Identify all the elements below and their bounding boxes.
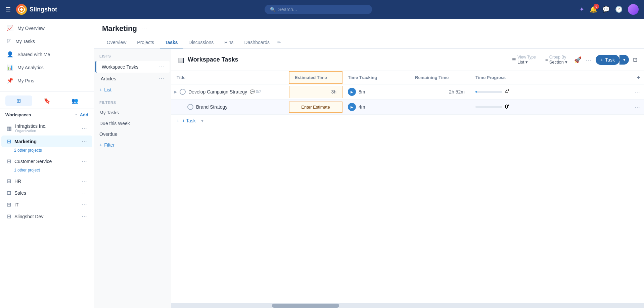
sidebar-item-my-pins[interactable]: 📌 My Pins bbox=[0, 74, 94, 87]
workspace-item-it[interactable]: ⊞ IT ⋯ bbox=[1, 199, 92, 210]
group-by-value: Section ▾ bbox=[549, 60, 567, 65]
tab-projects[interactable]: Projects bbox=[132, 37, 159, 48]
tasks-list-icon: ▤ bbox=[178, 56, 184, 64]
search-input[interactable] bbox=[278, 7, 367, 12]
tasks-toolbar-right: ☰ View Type List ▾ ≡ bbox=[509, 53, 637, 66]
tasks-table: Title Estimated Time Time Tracking Remai… bbox=[171, 71, 644, 303]
workspace-more-sales[interactable]: ⋯ bbox=[82, 190, 87, 196]
clock-icon[interactable]: 🕐 bbox=[615, 6, 623, 13]
topnav-actions: ✦ 🔔 6 💬 🕐 bbox=[579, 4, 639, 15]
sort-icon[interactable]: ↕ bbox=[75, 112, 77, 117]
hamburger-menu[interactable]: ☰ bbox=[5, 6, 11, 13]
sparkle-icon[interactable]: ✦ bbox=[579, 6, 584, 13]
filter-overdue[interactable]: Overdue bbox=[94, 129, 171, 140]
workspace-more-hr[interactable]: ⋯ bbox=[82, 178, 87, 184]
task-estimated-brand-strategy[interactable]: Enter Estimate bbox=[289, 102, 342, 113]
tab-members[interactable]: 👥 bbox=[61, 95, 88, 106]
tab-edit-icon[interactable]: ✏ bbox=[276, 37, 282, 48]
task-complete-checkbox-brand[interactable] bbox=[187, 104, 193, 110]
task-tracking-brand-strategy: ▶ 4m bbox=[342, 100, 410, 114]
workspace-item-infragistics[interactable]: ▦ Infragistics Inc. Organization ⋯ bbox=[1, 121, 92, 136]
workspace-more-infragistics[interactable]: ⋯ bbox=[82, 125, 87, 131]
add-task-inline-button[interactable]: + + Task ▾ bbox=[171, 115, 644, 127]
tab-dashboards[interactable]: Dashboards bbox=[240, 37, 275, 48]
list-more-workspace-tasks[interactable]: ⋯ bbox=[159, 64, 164, 70]
workspace-more-marketing[interactable]: ⋯ bbox=[82, 138, 87, 145]
group-by-button[interactable]: ≡ Group By Section ▾ bbox=[543, 53, 570, 66]
workspace-more-slingshot-dev[interactable]: ⋯ bbox=[82, 213, 87, 220]
tab-tasks[interactable]: Tasks bbox=[160, 37, 183, 48]
view-type-button[interactable]: ☰ View Type List ▾ bbox=[509, 53, 539, 66]
list-item-workspace-tasks[interactable]: Workspace Tasks ⋯ bbox=[95, 61, 170, 73]
tab-bookmarks[interactable]: 🔖 bbox=[34, 95, 60, 106]
add-task-plus-icon: + bbox=[600, 57, 603, 63]
notifications-icon[interactable]: 🔔 6 bbox=[590, 6, 597, 13]
sidebar-item-my-overview[interactable]: 📈 My Overview bbox=[0, 22, 94, 35]
task-more-develop-campaign[interactable]: ⋯ bbox=[631, 85, 644, 99]
task-more-brand-strategy[interactable]: ⋯ bbox=[631, 101, 644, 114]
add-workspace-button[interactable]: Add bbox=[80, 112, 88, 117]
workspace-more-it[interactable]: ⋯ bbox=[82, 201, 87, 208]
cs-sub-projects[interactable]: 1 other project bbox=[0, 167, 94, 175]
sidebar-item-shared-with-me[interactable]: 👤 Shared with Me bbox=[0, 48, 94, 61]
sidebar-item-label-pins: My Pins bbox=[17, 78, 34, 83]
workspace-item-hr[interactable]: ⊞ HR ⋯ bbox=[1, 175, 92, 187]
main-panel: Marketing ⋯ Overview Projects Tasks Disc… bbox=[94, 19, 644, 308]
play-button-brand-strategy[interactable]: ▶ bbox=[348, 103, 356, 111]
tasks-main: ▤ Workspace Tasks ☰ View Type List ▾ bbox=[171, 49, 644, 308]
task-estimated-develop-campaign[interactable]: 3h bbox=[289, 86, 342, 98]
task-expand-icon[interactable]: ▶ bbox=[174, 89, 177, 94]
filter-icon[interactable]: ⊡ bbox=[633, 56, 637, 63]
add-task-button[interactable]: + Task bbox=[596, 55, 619, 65]
filter-my-tasks[interactable]: My Tasks bbox=[94, 107, 171, 118]
horizontal-scrollbar[interactable] bbox=[171, 303, 644, 308]
scrollbar-thumb[interactable] bbox=[272, 304, 339, 308]
tab-overview[interactable]: Overview bbox=[102, 37, 131, 48]
task-name-develop-campaign: Develop Campaign Strategy bbox=[188, 89, 247, 94]
workspace-name-marketing: Marketing bbox=[14, 139, 37, 144]
project-more-button[interactable]: ⋯ bbox=[141, 25, 147, 32]
workspace-item-sales[interactable]: ⊞ Sales ⋯ bbox=[1, 187, 92, 199]
workspace-item-customer-service[interactable]: ⊞ Customer Service ⋯ bbox=[1, 155, 92, 167]
task-title-brand-strategy: Brand Strategy bbox=[171, 101, 289, 113]
add-task-dropdown-icon[interactable]: ▾ bbox=[201, 118, 203, 123]
add-filter-icon: + bbox=[99, 142, 102, 148]
marketing-sub-projects[interactable]: 2 other projects bbox=[0, 147, 94, 155]
remaining-value-develop-campaign: 2h 52m bbox=[449, 89, 465, 94]
list-more-articles[interactable]: ⋯ bbox=[159, 75, 164, 82]
group-by-label: Group By bbox=[549, 55, 567, 60]
add-list-icon: + bbox=[99, 87, 102, 92]
add-task-dropdown-button[interactable]: ▾ bbox=[619, 55, 629, 65]
workspace-icon-cs: ⊞ bbox=[7, 158, 11, 164]
user-avatar[interactable] bbox=[628, 4, 639, 15]
list-name-articles: Articles bbox=[101, 76, 116, 81]
play-button-develop-campaign[interactable]: ▶ bbox=[348, 88, 356, 96]
tab-discussions[interactable]: Discussions bbox=[184, 37, 219, 48]
task-complete-checkbox[interactable] bbox=[180, 89, 186, 95]
workspace-more-cs[interactable]: ⋯ bbox=[82, 158, 87, 164]
sidebar-item-my-analytics[interactable]: 📊 My Analytics bbox=[0, 61, 94, 74]
add-filter-button[interactable]: + Filter bbox=[94, 140, 171, 150]
analytics-icon: 📊 bbox=[7, 64, 13, 71]
progress-label-develop-campaign: 4' bbox=[505, 89, 509, 95]
list-item-articles[interactable]: Articles ⋯ bbox=[95, 73, 170, 84]
more-options-button[interactable]: ⋯ bbox=[586, 56, 592, 64]
workspace-item-marketing[interactable]: ⊞ Marketing ⋯ bbox=[1, 136, 92, 147]
comment-count: 0/2 bbox=[256, 89, 262, 94]
enter-estimate-label[interactable]: Enter Estimate bbox=[301, 105, 330, 110]
progress-bar-develop-campaign bbox=[475, 91, 502, 93]
add-list-button[interactable]: + List bbox=[94, 84, 171, 95]
add-column-button[interactable]: + bbox=[633, 71, 644, 84]
tab-workspaces[interactable]: ⊞ bbox=[5, 95, 32, 106]
rocket-icon[interactable]: 🚀 bbox=[574, 56, 582, 64]
workspaces-header: Workspaces ↕ Add bbox=[0, 109, 94, 121]
workspace-item-slingshot-dev[interactable]: ⊞ Slingshot Dev ⋯ bbox=[1, 210, 92, 222]
filter-due-this-week[interactable]: Due this Week bbox=[94, 118, 171, 129]
col-header-remaining: Remaining Time bbox=[410, 72, 470, 83]
sidebar-item-label-my-tasks: My Tasks bbox=[15, 39, 35, 44]
sidebar-item-my-tasks[interactable]: ☑ My Tasks bbox=[0, 35, 94, 48]
messages-icon[interactable]: 💬 bbox=[602, 6, 610, 13]
search-bar[interactable]: 🔍 bbox=[265, 5, 372, 14]
shared-icon: 👤 bbox=[7, 51, 13, 57]
tab-pins[interactable]: Pins bbox=[220, 37, 238, 48]
